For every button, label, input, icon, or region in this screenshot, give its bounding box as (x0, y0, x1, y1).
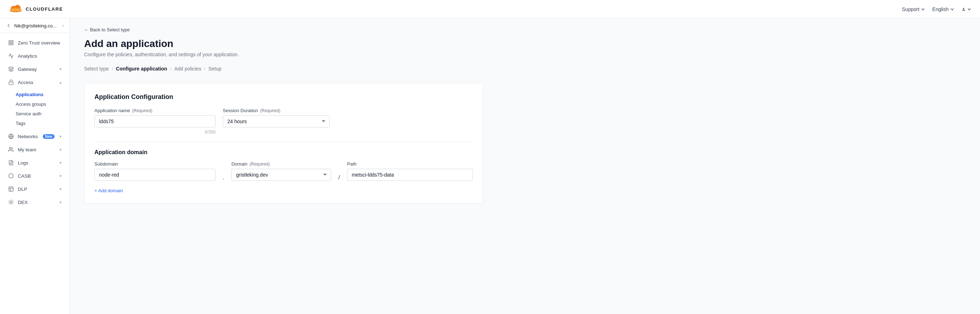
cloudflare-logo (8, 4, 23, 14)
sidebar-label-access: Access (18, 80, 33, 85)
user-menu[interactable] (961, 7, 972, 11)
step-arrow-3: › (204, 66, 205, 71)
svg-rect-8 (9, 43, 11, 45)
session-duration-select[interactable]: 15 minutes 30 minutes 1 hour 6 hours 12 … (223, 115, 329, 127)
dex-icon (8, 199, 14, 205)
logo-text: CLOUDFLARE (25, 6, 63, 12)
sidebar-item-analytics[interactable]: Analytics (2, 49, 67, 62)
svg-point-17 (10, 201, 12, 203)
sidebar-item-gateway[interactable]: Gateway ▾ (2, 63, 67, 76)
app-name-group: Application name (Required) 6/350 (94, 108, 216, 135)
app-domain-title: Application domain (94, 149, 473, 155)
main-content: ← Back to Select type Add an application… (70, 19, 980, 314)
logo: CLOUDFLARE (8, 4, 63, 14)
content-area: ← Back to Select type Add an application… (70, 19, 498, 221)
dex-arrow: ▾ (59, 200, 62, 205)
sidebar-label-analytics: Analytics (18, 53, 37, 59)
account-selector[interactable]: Nik@gristleking.co... › (0, 19, 70, 33)
step-setup: Setup (208, 66, 222, 71)
sidebar-nav: Zero Trust overview Analytics (0, 33, 70, 314)
grid-icon (8, 40, 14, 46)
sidebar-item-logs[interactable]: Logs ▾ (2, 156, 67, 169)
step-add-policies: Add policies (174, 66, 201, 71)
sidebar-item-dlp[interactable]: DLP ▾ (2, 182, 67, 195)
access-arrow: ▴ (59, 80, 62, 85)
svg-rect-6 (9, 41, 11, 42)
sidebar-item-tags[interactable]: Tags (16, 119, 70, 128)
sidebar-label-dex: DEX (18, 200, 28, 205)
session-duration-group: Session Duration (Required) 15 minutes 3… (223, 108, 329, 127)
path-label: Path (347, 161, 473, 167)
sidebar-item-applications[interactable]: Applications (16, 90, 70, 99)
app-name-session-row: Application name (Required) 6/350 Sessio… (94, 108, 473, 135)
svg-point-5 (963, 8, 964, 9)
gateway-icon (8, 66, 14, 72)
domain-select[interactable]: gristleking.dev (231, 169, 331, 181)
path-input[interactable] (347, 169, 473, 181)
app-name-label: Application name (Required) (94, 108, 216, 113)
sidebar: Nik@gristleking.co... › Zero Trust overv… (0, 19, 70, 314)
sidebar-item-zero-trust-overview[interactable]: Zero Trust overview (2, 36, 67, 49)
add-domain-label: + Add domain (94, 188, 123, 193)
session-duration-label: Session Duration (Required) (223, 108, 329, 113)
lock-icon (8, 79, 14, 86)
network-icon (8, 133, 14, 140)
sidebar-item-service-auth[interactable]: Service auth (16, 109, 70, 119)
page-subtitle: Configure the policies, authentication, … (84, 52, 483, 57)
sidebar-label-gateway: Gateway (18, 67, 37, 72)
domain-group: Domain (Required) gristleking.dev (231, 161, 331, 181)
casb-icon (8, 173, 14, 179)
sidebar-item-dex[interactable]: DEX ▾ (2, 196, 67, 209)
logs-arrow: ▾ (59, 160, 62, 165)
subdomain-input[interactable] (94, 169, 216, 181)
topbar-right: Support English (902, 6, 972, 12)
team-icon (8, 146, 14, 153)
step-select-type: Select type (84, 66, 109, 71)
dlp-icon (8, 186, 14, 192)
logs-icon (8, 160, 14, 166)
access-sub-menu: Applications Access groups Service auth … (0, 89, 70, 130)
sidebar-item-my-team[interactable]: My team ▾ (2, 143, 67, 156)
app-config-title: Application Configuration (94, 93, 473, 101)
subdomain-group: Subdomain (94, 161, 216, 181)
step-arrow-1: › (111, 66, 113, 71)
app-config-card: Application Configuration Application na… (84, 83, 483, 204)
support-label: Support (902, 6, 920, 12)
path-slash-separator: / (338, 165, 340, 181)
sidebar-label-logs: Logs (18, 160, 28, 165)
sidebar-item-casb[interactable]: CASB ▾ (2, 170, 67, 182)
back-link[interactable]: ← Back to Select type (84, 27, 483, 32)
svg-rect-9 (11, 43, 13, 45)
app-domain-row: Subdomain . Domain (Required) gristlekin… (94, 161, 473, 181)
section-divider (94, 142, 473, 142)
steps-breadcrumb: Select type › Configure application › Ad… (84, 66, 483, 71)
sidebar-label-casb: CASB (18, 173, 31, 179)
svg-rect-7 (11, 41, 13, 42)
svg-rect-10 (9, 82, 13, 84)
dlp-arrow: ▾ (59, 187, 62, 192)
support-button[interactable]: Support (902, 6, 925, 12)
networks-badge: New (43, 134, 54, 139)
networks-arrow: ▾ (59, 134, 62, 139)
svg-rect-16 (9, 187, 13, 191)
language-selector[interactable]: English (932, 6, 955, 12)
add-domain-link[interactable]: + Add domain (94, 188, 123, 193)
sidebar-label-networks: Networks (18, 134, 38, 139)
svg-point-13 (9, 147, 11, 149)
domain-label: Domain (Required) (231, 161, 331, 167)
back-icon (6, 23, 11, 29)
sidebar-label-dlp: DLP (18, 187, 27, 192)
path-group: Path (347, 161, 473, 181)
domain-dot-separator: . (223, 165, 224, 181)
subdomain-label: Subdomain (94, 161, 216, 167)
sidebar-item-networks[interactable]: Networks New ▾ (2, 130, 67, 143)
my-team-arrow: ▾ (59, 147, 62, 152)
sidebar-item-access-groups[interactable]: Access groups (16, 99, 70, 109)
sidebar-item-access[interactable]: Access ▴ (2, 76, 67, 89)
sidebar-label-my-team: My team (18, 147, 37, 152)
topbar: CLOUDFLARE Support English (0, 0, 980, 19)
app-name-input[interactable] (94, 115, 216, 127)
sidebar-label-zero-trust-overview: Zero Trust overview (18, 40, 60, 46)
char-count: 6/350 (94, 130, 216, 135)
casb-arrow: ▾ (59, 174, 62, 178)
